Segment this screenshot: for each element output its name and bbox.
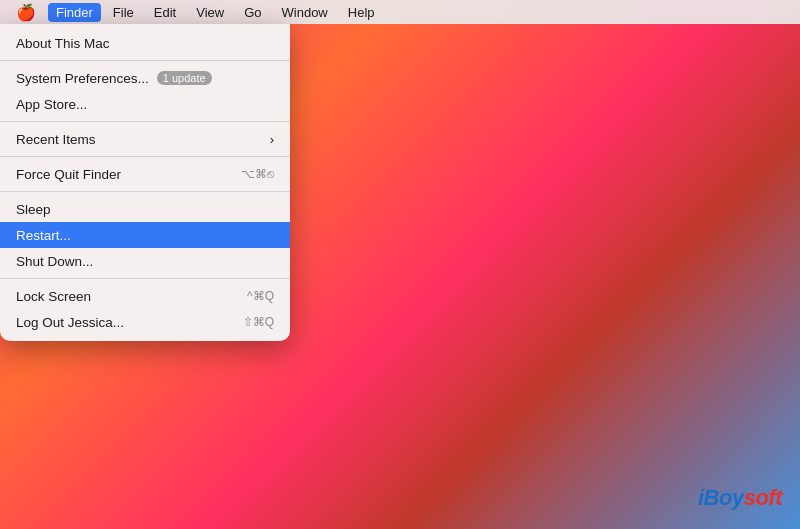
menu-item-recent-items[interactable]: Recent Items › <box>0 126 290 152</box>
menu-item-logout[interactable]: Log Out Jessica... ⇧⌘Q <box>0 309 290 335</box>
logout-shortcut: ⇧⌘Q <box>243 315 274 329</box>
apple-menu-button[interactable]: 🍎 <box>8 3 44 22</box>
menu-item-sleep[interactable]: Sleep <box>0 196 290 222</box>
menu-separator-4 <box>0 191 290 192</box>
menu-separator-3 <box>0 156 290 157</box>
submenu-arrow-icon: › <box>270 132 274 147</box>
menu-item-system-prefs[interactable]: System Preferences... 1 update <box>0 65 290 91</box>
menu-item-lock-screen[interactable]: Lock Screen ^⌘Q <box>0 283 290 309</box>
menu-separator-2 <box>0 121 290 122</box>
menu-item-force-quit[interactable]: Force Quit Finder ⌥⌘⎋ <box>0 161 290 187</box>
menubar-file[interactable]: File <box>105 3 142 22</box>
update-badge: 1 update <box>157 71 212 85</box>
menu-item-app-store[interactable]: App Store... <box>0 91 290 117</box>
menu-separator-5 <box>0 278 290 279</box>
force-quit-shortcut: ⌥⌘⎋ <box>241 167 274 181</box>
menu-separator-1 <box>0 60 290 61</box>
menubar-help[interactable]: Help <box>340 3 383 22</box>
menubar-window[interactable]: Window <box>274 3 336 22</box>
apple-dropdown-menu: About This Mac System Preferences... 1 u… <box>0 24 290 341</box>
menubar-view[interactable]: View <box>188 3 232 22</box>
menu-item-restart[interactable]: Restart... <box>0 222 290 248</box>
menu-item-shutdown[interactable]: Shut Down... <box>0 248 290 274</box>
lock-screen-shortcut: ^⌘Q <box>247 289 274 303</box>
menubar-go[interactable]: Go <box>236 3 269 22</box>
menubar-finder[interactable]: Finder <box>48 3 101 22</box>
menu-item-about[interactable]: About This Mac <box>0 30 290 56</box>
menubar: 🍎 Finder File Edit View Go Window Help <box>0 0 800 24</box>
watermark: iBoysoft <box>698 485 782 511</box>
menubar-edit[interactable]: Edit <box>146 3 184 22</box>
